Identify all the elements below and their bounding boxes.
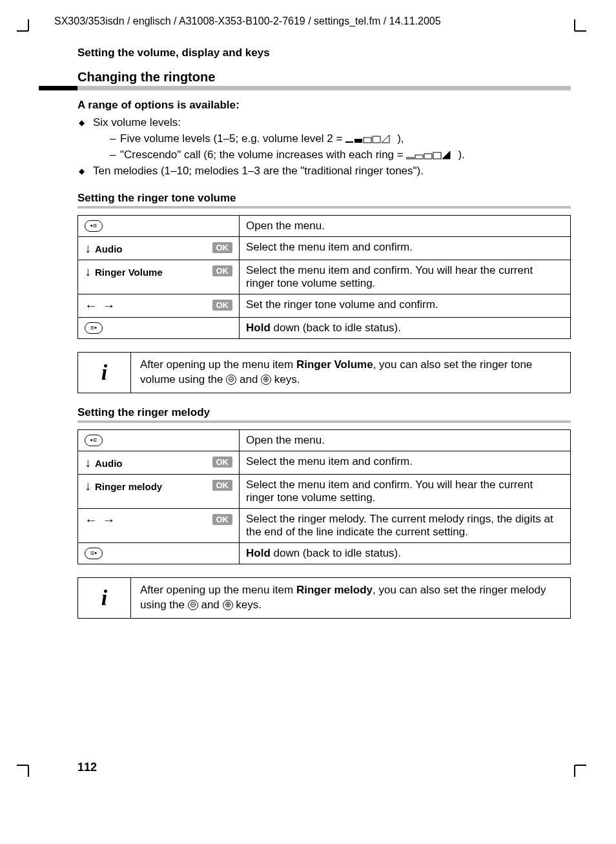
step-desc: Open the menu. [240,215,571,236]
step-desc: Select the ringer melody. The current me… [240,508,571,542]
arrow-down-icon [85,266,91,278]
section-title: Setting the volume, display and keys [77,46,571,59]
ok-badge: OK [212,265,233,276]
info-box-ringer-melody: i After opening up the menu item Ringer … [77,577,571,619]
table-row: •≡ Open the menu. [78,429,571,451]
info-box-ringer-volume: i After opening up the menu item Ringer … [77,352,571,393]
step-desc: Open the menu. [240,429,571,451]
table-row: ≡• Hold down (back to idle status). [78,317,571,338]
info-text: After opening up the menu item Ringer Vo… [131,353,570,393]
table-row: Ringer VolumeOK Select the menu item and… [78,260,571,294]
step-desc: Set the ringer tone volume and confirm. [240,294,571,317]
intro-text: A range of options is available: [77,98,571,113]
table-ringer-melody: •≡ Open the menu. AudioOK Select the men… [77,429,571,564]
menu-audio-label: Audio [95,243,123,254]
table-row: OK Select the ringer melody. The current… [78,508,571,542]
volume-crescendo-icon [406,148,458,163]
arrow-left-right-icon [85,300,116,313]
table-row: ≡• Hold down (back to idle status). [78,542,571,564]
table-row: AudioOK Select the menu item and confirm… [78,236,571,260]
menu-ringer-volume-label: Ringer Volume [95,267,163,278]
arrow-down-icon [85,480,91,493]
heading-changing-ringtone: Changing the ringtone [77,70,571,86]
menu-key-icon: •≡ [85,220,103,232]
table-row: Ringer melodyOK Select the menu item and… [78,474,571,508]
info-icon: i [78,578,131,618]
svg-rect-0 [345,141,353,143]
arrow-down-icon [85,457,91,469]
subheading-underline [77,420,571,423]
options-list: Six volume levels: Five volume levels (1… [77,116,571,179]
ok-badge: OK [212,480,233,491]
info-text: After opening up the menu item Ringer me… [131,578,570,618]
svg-rect-1 [354,139,362,143]
heading-ringer-melody: Setting the ringer melody [77,406,571,419]
bullet-ten-melodies: Ten melodies (1–10; melodies 1–3 are the… [79,164,571,179]
plus-key-icon: ⊕ [223,600,233,610]
svg-rect-2 [364,138,371,143]
arrow-left-right-icon [85,515,116,527]
minus-key-icon: ⊖ [188,600,198,610]
svg-rect-5 [415,155,423,159]
step-desc: Hold down (back to idle status). [240,542,571,564]
ok-badge: OK [212,300,233,311]
svg-rect-6 [424,154,432,159]
page-number: 112 [77,761,571,774]
ok-badge: OK [212,514,233,525]
step-desc: Select the menu item and confirm. [240,236,571,260]
plus-key-icon: ⊕ [261,375,271,385]
step-desc: Hold down (back to idle status). [240,317,571,338]
svg-rect-4 [406,158,414,159]
step-desc: Select the menu item and confirm. You wi… [240,474,571,508]
end-key-icon: ≡• [85,548,103,559]
info-icon: i [78,353,131,393]
arrow-down-icon [85,243,91,255]
menu-ringer-melody-label: Ringer melody [95,481,162,492]
subheading-underline [77,206,571,209]
svg-rect-3 [373,136,380,143]
header-path: SX303/353isdn / englisch / A31008-X353-B… [54,15,577,27]
heading-underline [39,86,571,90]
heading-ringer-volume: Setting the ringer tone volume [77,192,571,205]
table-ringer-volume: •≡ Open the menu. AudioOK Select the men… [77,215,571,339]
volume-level-2-icon [345,132,397,147]
ok-badge: OK [212,457,233,468]
menu-key-icon: •≡ [85,435,103,446]
minus-key-icon: ⊖ [226,375,236,385]
table-row: OK Set the ringer tone volume and confir… [78,294,571,317]
dash-crescendo: "Crescendo" call (6; the volume increase… [110,148,571,163]
table-row: AudioOK Select the menu item and confirm… [78,451,571,474]
end-key-icon: ≡• [85,322,103,334]
svg-rect-7 [433,152,441,159]
table-row: •≡ Open the menu. [78,215,571,236]
ok-badge: OK [212,242,233,253]
menu-audio-label: Audio [95,458,123,469]
bullet-six-levels: Six volume levels: [93,116,181,129]
step-desc: Select the menu item and confirm. You wi… [240,260,571,294]
dash-five-levels: Five volume levels (1–5; e.g. volume lev… [110,132,571,147]
step-desc: Select the menu item and confirm. [240,451,571,474]
